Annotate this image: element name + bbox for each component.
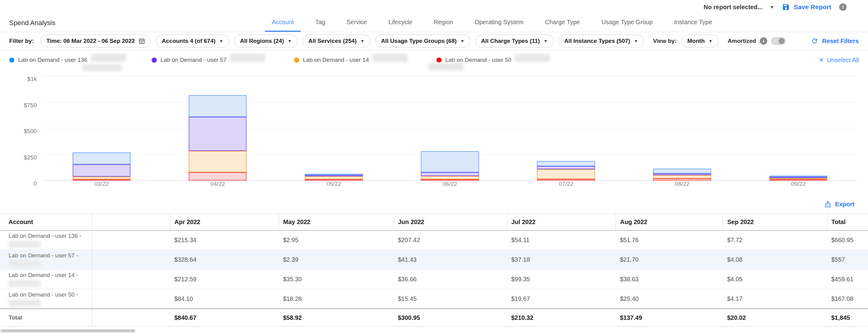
time-filter-pill[interactable]: Time: 06 Mar 2022 - 06 Sep 2022 [40, 35, 151, 47]
legend-label: Lab on Demand - user 136 [18, 57, 87, 63]
tab-lifecycle[interactable]: Lifecycle [382, 14, 419, 32]
stacked-bar-03-22[interactable] [72, 153, 131, 180]
total-value-cell: $300.95 [394, 309, 507, 327]
tab-region[interactable]: Region [427, 14, 460, 32]
tab-service[interactable]: Service [340, 14, 374, 32]
bar-segment-lab-on-demand-user-14[interactable] [72, 176, 131, 179]
tab-charge-type[interactable]: Charge Type [538, 14, 587, 32]
legend-label: Lab on Demand - user 14 [303, 57, 369, 63]
column-header-apr-2022: Apr 2022 [170, 214, 279, 230]
tab-tag[interactable]: Tag [308, 14, 332, 32]
reset-filters-button[interactable]: Reset Filters [811, 37, 859, 45]
account-cell: Lab on Demand - user 136 - [0, 230, 92, 250]
unselect-all-button[interactable]: ✕ Unselect All [819, 56, 859, 64]
export-label: Export [835, 201, 855, 208]
unselect-all-label: Unselect All [827, 57, 859, 64]
value-cell: $4.08 [723, 250, 827, 270]
total-value-cell: $1,845 [827, 309, 868, 327]
filter-dropdown-all-usage-type-groups-68-[interactable]: All Usage Type Groups (68)▼ [375, 35, 470, 47]
bar-segment-lab-on-demand-user-136[interactable] [189, 95, 247, 117]
scrollbar-thumb[interactable] [1, 329, 135, 332]
bar-segment-lab-on-demand-user-50[interactable] [653, 178, 711, 180]
chevron-down-icon: ▼ [770, 5, 774, 9]
table-row[interactable]: Lab on Demand - user 136 -$215.34$2.95$2… [0, 230, 868, 250]
x-axis-tick-label: 04/22 [206, 180, 230, 187]
bar-segment-lab-on-demand-user-57[interactable] [421, 172, 479, 176]
filter-dropdown-all-regions-24-[interactable]: All Regions (24)▼ [234, 35, 298, 47]
chevron-down-icon: ▼ [634, 39, 638, 43]
tab-usage-type-group[interactable]: Usage Type Group [595, 14, 660, 32]
legend-item-lab-on-demand-user-57[interactable]: Lab on Demand - user 57 [152, 57, 294, 63]
tab-instance-type[interactable]: Instance Type [668, 14, 719, 32]
bar-segment-lab-on-demand-user-136[interactable] [653, 169, 711, 173]
chevron-down-icon: ▼ [543, 39, 548, 43]
chevron-down-icon: ▼ [460, 39, 465, 43]
bar-segment-lab-on-demand-user-14[interactable] [537, 169, 595, 179]
stacked-bar-07-22[interactable] [537, 161, 595, 180]
tab-account[interactable]: Account [265, 14, 301, 32]
filter-dropdown-label: Accounts 4 (of 674) [162, 38, 215, 44]
export-button[interactable]: Export [824, 200, 855, 208]
column-header-jun-2022: Jun 2022 [394, 214, 507, 230]
chevron-down-icon: ▼ [288, 39, 292, 43]
report-selector-dropdown[interactable]: No report selected... ▼ [704, 4, 774, 11]
filter-dropdown-label: All Usage Type Groups (68) [381, 38, 457, 44]
chart-category-slot [392, 76, 508, 180]
stacked-bar-09-22[interactable] [769, 176, 828, 180]
value-cell: $36.66 [394, 270, 507, 289]
value-cell: $557 [827, 250, 868, 270]
legend-item-lab-on-demand-user-136[interactable]: Lab on Demand - user 136 [9, 57, 152, 63]
horizontal-scrollbar[interactable] [0, 329, 868, 332]
chevron-down-icon: ▼ [708, 39, 713, 43]
bar-segment-lab-on-demand-user-14[interactable] [653, 175, 711, 178]
close-icon: ✕ [819, 56, 824, 64]
account-name: Lab on Demand - user 50 - [8, 291, 89, 298]
bar-segment-lab-on-demand-user-50[interactable] [189, 172, 247, 180]
chart-category-slot [740, 76, 856, 180]
save-report-button[interactable]: Save Report [782, 3, 831, 11]
info-icon[interactable]: i [839, 3, 846, 11]
view-by-dropdown[interactable]: Month ▼ [681, 35, 718, 47]
value-cell [92, 289, 170, 309]
x-axis-tick-label: 08/22 [670, 180, 694, 187]
column-header-sep-2022: Sep 2022 [723, 214, 827, 230]
column-header-aug-2022: Aug 2022 [616, 214, 723, 230]
filter-dropdown-all-instance-types-507-[interactable]: All Instance Types (507)▼ [558, 35, 644, 47]
bar-segment-lab-on-demand-user-14[interactable] [421, 176, 479, 179]
stacked-bar-08-22[interactable] [653, 169, 711, 180]
info-icon[interactable]: i [760, 37, 767, 45]
stacked-bar-04-22[interactable] [189, 95, 247, 180]
total-label: Total [0, 309, 92, 327]
bar-segment-lab-on-demand-user-136[interactable] [537, 161, 595, 166]
bar-segment-lab-on-demand-user-57[interactable] [189, 117, 247, 151]
bar-segment-lab-on-demand-user-57[interactable] [537, 166, 595, 170]
bar-segment-lab-on-demand-user-136[interactable] [72, 153, 131, 165]
account-name: Lab on Demand - user 14 - [8, 272, 89, 278]
filter-dropdown-all-charge-types-11-[interactable]: All Charge Types (11)▼ [475, 35, 554, 47]
tab-operating-system[interactable]: Operating System [468, 14, 530, 32]
table-row[interactable]: Lab on Demand - user 14 -$212.59$35.30$3… [0, 270, 868, 289]
bar-segment-lab-on-demand-user-14[interactable] [305, 176, 363, 179]
legend-item-lab-on-demand-user-14[interactable]: Lab on Demand - user 14 [294, 57, 436, 63]
y-axis-tick-label: 0 [15, 180, 37, 187]
table-row[interactable]: Lab on Demand - user 57 -$328.64$2.39$41… [0, 250, 868, 270]
column-header-total: Total [827, 214, 868, 230]
stacked-bar-06-22[interactable] [421, 151, 479, 180]
title-bar: Spend Analysis AccountTagServiceLifecycl… [0, 14, 868, 32]
total-value-cell: $840.67 [170, 309, 279, 327]
value-cell: $2.39 [279, 250, 394, 270]
bar-segment-lab-on-demand-user-136[interactable] [421, 151, 479, 172]
amortized-toggle[interactable] [771, 37, 785, 45]
filter-by-label: Filter by: [9, 38, 34, 44]
filter-dropdown-accounts-4-of-674-[interactable]: Accounts 4 (of 674)▼ [156, 35, 229, 47]
chevron-down-icon: ▼ [360, 39, 365, 43]
top-bar: No report selected... ▼ Save Report i [0, 0, 868, 14]
table-row[interactable]: Lab on Demand - user 50 -$84.10$18.28$15… [0, 289, 868, 309]
chart-category-slot [276, 76, 392, 180]
stacked-bar-05-22[interactable] [305, 174, 363, 180]
value-cell: $328.64 [170, 250, 279, 270]
bar-segment-lab-on-demand-user-57[interactable] [72, 164, 131, 176]
legend-item-lab-on-demand-user-50[interactable]: Lab on Demand - user 50 [436, 57, 579, 63]
filter-dropdown-all-services-254-[interactable]: All Services (254)▼ [303, 35, 370, 47]
bar-segment-lab-on-demand-user-14[interactable] [189, 151, 247, 173]
